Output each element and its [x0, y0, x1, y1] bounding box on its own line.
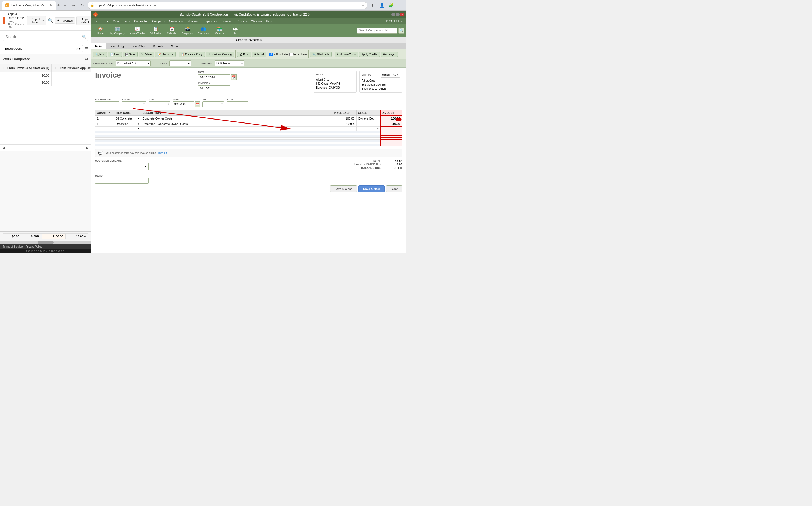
- address-bar[interactable]: 🔒 https://us02.procore.com/webclients/ho…: [88, 2, 367, 9]
- menu-company[interactable]: Company: [150, 19, 167, 23]
- date-input[interactable]: [198, 74, 231, 80]
- qb-search-input[interactable]: [357, 28, 397, 33]
- tab-main[interactable]: Main: [91, 43, 106, 50]
- po-number-input[interactable]: [95, 101, 119, 107]
- qb-restore-button[interactable]: □: [396, 13, 399, 16]
- price-each-empty[interactable]: [332, 126, 356, 131]
- scroll-thumb[interactable]: [37, 241, 54, 244]
- star-icon[interactable]: ☆: [362, 3, 364, 7]
- menu-icon[interactable]: ⋮: [396, 2, 404, 9]
- ship-date-picker-icon[interactable]: 📅: [195, 101, 200, 107]
- back-button[interactable]: ←: [61, 2, 69, 9]
- class-empty[interactable]: ▾: [356, 126, 380, 131]
- refresh-button[interactable]: ↻: [78, 2, 86, 9]
- date-picker-icon[interactable]: 📅: [231, 74, 237, 80]
- horizontal-scrollbar[interactable]: [0, 241, 91, 244]
- qb-minimize-button[interactable]: ─: [391, 13, 395, 16]
- menu-vendors[interactable]: Vendors: [186, 19, 201, 23]
- invoice-num-input[interactable]: [198, 85, 231, 91]
- project-tools-button[interactable]: Project Tools ▾: [27, 16, 47, 25]
- attach-file-button[interactable]: 📎 Attach File: [310, 52, 331, 57]
- qty-1[interactable]: [95, 116, 114, 121]
- item-dropdown-icon[interactable]: ▾: [138, 117, 139, 120]
- nav-home-button[interactable]: 🏠 Home: [93, 25, 108, 36]
- nav-more-button[interactable]: ▶▶ E...: [228, 26, 243, 35]
- nav-calendar-button[interactable]: 📅 Calendar: [165, 25, 179, 36]
- procore-home-icon[interactable]: ⌂: [3, 17, 5, 24]
- email-later-checkbox-label[interactable]: Email Later: [289, 53, 307, 56]
- delete-button[interactable]: ✕ Delete: [139, 52, 154, 57]
- menu-contractor[interactable]: Contractor: [132, 19, 150, 23]
- create-copy-button[interactable]: 📋 Create a Copy: [179, 52, 205, 57]
- nav-my-company-button[interactable]: 🏢 My Company: [109, 25, 126, 36]
- menu-help[interactable]: Help: [264, 19, 274, 23]
- apps-select-button[interactable]: Apps Select: [76, 16, 93, 25]
- menu-edit[interactable]: Edit: [101, 19, 111, 23]
- item-code-1[interactable]: 04 Concrete ▾: [114, 116, 141, 121]
- search-input[interactable]: [3, 33, 88, 41]
- new-button[interactable]: 📄 New: [108, 52, 122, 57]
- qty-2[interactable]: [95, 121, 114, 126]
- menu-banking[interactable]: Banking: [219, 19, 235, 23]
- add-time-costs-button[interactable]: Add Time/Costs: [335, 52, 358, 57]
- rec-paym-button[interactable]: Rec Paym: [381, 52, 398, 57]
- terms-select[interactable]: ▾: [122, 101, 146, 107]
- downloads-icon[interactable]: ⬇: [369, 2, 376, 9]
- ship-to-dropdown[interactable]: Cottage - N... ▾: [381, 73, 400, 78]
- menu-window[interactable]: Window: [249, 19, 264, 23]
- budget-code-select[interactable]: Budget Code ✕ ▾: [3, 45, 83, 52]
- filter-icon-button[interactable]: ☰: [85, 46, 88, 51]
- scroll-left-button[interactable]: ◀: [3, 146, 5, 150]
- item-code-empty[interactable]: ▾: [114, 126, 141, 131]
- description-2[interactable]: Retention - Concrete Owner Costs: [141, 121, 333, 126]
- save-new-button[interactable]: Save & New: [358, 185, 384, 192]
- memorize-button[interactable]: 📝 Memorize: [155, 52, 176, 57]
- nav-vendors-button[interactable]: 🏪 Vendors: [212, 25, 227, 36]
- email-later-checkbox[interactable]: [289, 53, 293, 56]
- expand-button[interactable]: ⇔: [85, 57, 88, 62]
- apply-credits-button[interactable]: Apply Credits: [359, 52, 380, 57]
- rep-select[interactable]: ▾: [149, 101, 170, 107]
- privacy-link[interactable]: Privacy Policy: [25, 245, 42, 248]
- mark-pending-button[interactable]: ⏸ Mark As Pending: [206, 52, 235, 57]
- description-empty[interactable]: [141, 126, 333, 131]
- price-each-1[interactable]: 100.00: [332, 116, 356, 121]
- email-button[interactable]: ✉ Email: [252, 52, 266, 57]
- item-code-2[interactable]: Retention ▾: [114, 121, 141, 126]
- notice-link[interactable]: Turn on: [158, 152, 167, 154]
- save-button[interactable]: 💾 Save: [123, 52, 138, 57]
- price-each-2[interactable]: -10.0%: [332, 121, 356, 126]
- forward-button[interactable]: →: [70, 2, 77, 9]
- menu-file[interactable]: File: [92, 19, 101, 23]
- tab-formatting[interactable]: Formatting: [106, 43, 128, 49]
- print-button[interactable]: 🖨 Print: [237, 52, 251, 57]
- customer-job-select[interactable]: Cruz, Albert:Cot... ▾: [116, 61, 151, 66]
- class-dropdown-empty[interactable]: ▾: [377, 127, 379, 130]
- class-1[interactable]: Owners Co...: [356, 116, 380, 121]
- terms-link[interactable]: Terms of Service: [3, 245, 22, 248]
- menu-view[interactable]: View: [111, 19, 122, 23]
- menu-employees[interactable]: Employees: [201, 19, 219, 23]
- qty-empty[interactable]: [95, 126, 114, 131]
- nav-bill-tracker-button[interactable]: 📋 Bill Tracker: [148, 25, 164, 36]
- clear-button[interactable]: Clear: [386, 185, 402, 192]
- class-select[interactable]: ▾: [169, 61, 191, 66]
- qty-input-1[interactable]: [97, 117, 112, 120]
- via-select[interactable]: ▾: [202, 101, 224, 107]
- nav-customers-button[interactable]: 👥 Customers: [196, 25, 211, 36]
- qty-input-2[interactable]: [97, 122, 112, 125]
- profile-icon[interactable]: 👤: [378, 2, 386, 9]
- tab-send-ship[interactable]: Send/Ship: [128, 43, 149, 49]
- class-2[interactable]: [356, 121, 380, 126]
- description-1[interactable]: Concrete Owner Costs: [141, 116, 333, 121]
- ship-date-input[interactable]: [173, 101, 194, 107]
- col-drag-icon2[interactable]: ⋮: [54, 66, 57, 70]
- qb-close-button[interactable]: ✕: [400, 13, 404, 16]
- amount-empty[interactable]: [380, 126, 402, 131]
- item-dropdown-icon-2[interactable]: ▾: [138, 122, 139, 125]
- menu-lists[interactable]: Lists: [121, 19, 132, 23]
- fob-input[interactable]: [227, 101, 248, 107]
- find-button[interactable]: 🔍 Find: [93, 52, 107, 57]
- template-select[interactable]: Intuit Produ... ▾: [214, 61, 244, 66]
- favorites-button[interactable]: ★ Favorites: [55, 17, 75, 24]
